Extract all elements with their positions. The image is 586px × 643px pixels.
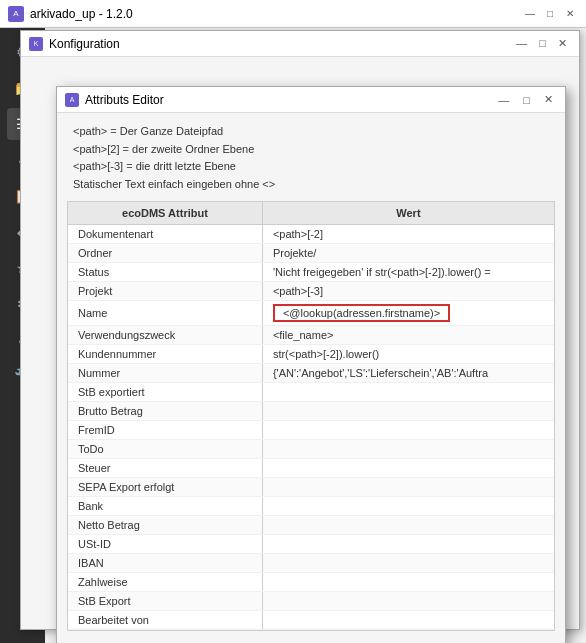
attr-name-cell: Status — [68, 263, 262, 282]
attr-value-cell[interactable]: Projekte/ — [262, 244, 554, 263]
attr-value-cell[interactable]: <@lookup(adressen.firstname)> — [262, 301, 554, 326]
attr-name-cell: Nummer — [68, 364, 262, 383]
attr-name-cell: Projekt — [68, 282, 262, 301]
bg-titlebar-controls[interactable]: — □ ✕ — [522, 6, 578, 22]
attr-value-cell[interactable]: <file_name> — [262, 326, 554, 345]
attr-value-cell[interactable]: {'AN':'Angebot','LS':'Lieferschein','AB'… — [262, 364, 554, 383]
attr-name-cell: StB exportiert — [68, 383, 262, 402]
info-line-3: <path>[-3] = die dritt letzte Ebene — [73, 158, 549, 176]
table-row[interactable]: Bearbeitet von — [68, 611, 554, 630]
info-line-2: <path>[2] = der zweite Ordner Ebene — [73, 141, 549, 159]
bg-app-title: arkivado_up - 1.2.0 — [30, 7, 133, 21]
table-row[interactable]: Netto Betrag — [68, 516, 554, 535]
attr-name-cell: Bearbeitet von — [68, 611, 262, 630]
attr-value-cell[interactable]: <path>[-3] — [262, 282, 554, 301]
attributs-minimize-btn[interactable]: — — [494, 94, 513, 106]
background-app: A arkivado_up - 1.2.0 — □ ✕ ⚙ 📁 ☰ ✓ 📋 ◆ … — [0, 0, 586, 643]
attr-name-cell: FremID — [68, 421, 262, 440]
konfiguration-maximize-btn[interactable]: □ — [535, 37, 550, 50]
attr-name-cell: Verwendungszweck — [68, 326, 262, 345]
attributs-close-btn[interactable]: ✕ — [540, 93, 557, 106]
attr-name-cell: Kundennummer — [68, 345, 262, 364]
table-row[interactable]: Kundennummerstr(<path>[-2]).lower() — [68, 345, 554, 364]
table-row[interactable]: Steuer — [68, 459, 554, 478]
konfiguration-icon: K — [29, 37, 43, 51]
table-header-row: ecoDMS Attribut Wert — [68, 202, 554, 225]
table-row[interactable]: StB exportiert — [68, 383, 554, 402]
table-row[interactable]: Verwendungszweck<file_name> — [68, 326, 554, 345]
attr-name-cell: StB Export — [68, 592, 262, 611]
attr-name-cell: IBAN — [68, 554, 262, 573]
attr-value-cell[interactable]: <path>[-2] — [262, 225, 554, 244]
info-line-4: Statischer Text einfach eingeben ohne <> — [73, 176, 549, 194]
table-row[interactable]: FremID — [68, 421, 554, 440]
table-row[interactable]: StB Export — [68, 592, 554, 611]
attr-value-cell[interactable] — [262, 383, 554, 402]
attr-value-cell[interactable] — [262, 421, 554, 440]
attr-name-cell: Zahlweise — [68, 573, 262, 592]
konfiguration-title: Konfiguration — [49, 37, 120, 51]
attributes-table-container[interactable]: ecoDMS Attribut Wert Dokumentenart<path>… — [67, 201, 555, 631]
attr-name-cell: SEPA Export erfolgt — [68, 478, 262, 497]
table-row[interactable]: Bank — [68, 497, 554, 516]
konfiguration-minimize-btn[interactable]: — — [512, 37, 531, 50]
attr-name-cell: Bank — [68, 497, 262, 516]
attr-name-cell: Steuer — [68, 459, 262, 478]
konfiguration-controls[interactable]: — □ ✕ — [512, 37, 571, 50]
info-area: <path> = Der Ganze Dateipfad <path>[2] =… — [57, 113, 565, 201]
info-line-1: <path> = Der Ganze Dateipfad — [73, 123, 549, 141]
attributs-editor-title: Attributs Editor — [85, 93, 164, 107]
attributs-editor-dialog: A Attributs Editor — □ ✕ <path> = Der Ga… — [56, 86, 566, 643]
table-row[interactable]: Zahlweise — [68, 573, 554, 592]
attr-name-cell: Netto Betrag — [68, 516, 262, 535]
attr-value-cell[interactable] — [262, 592, 554, 611]
highlighted-value: <@lookup(adressen.firstname)> — [273, 304, 450, 322]
attr-name-cell: Name — [68, 301, 262, 326]
attributs-editor-icon: A — [65, 93, 79, 107]
table-row[interactable]: Projekt<path>[-3] — [68, 282, 554, 301]
konfiguration-titlebar: K Konfiguration — □ ✕ — [21, 31, 579, 57]
attr-name-cell: USt-ID — [68, 535, 262, 554]
table-row[interactable]: ToDo — [68, 440, 554, 459]
attr-name-cell: Dokumentenart — [68, 225, 262, 244]
table-row[interactable]: USt-ID — [68, 535, 554, 554]
attr-name-cell: Brutto Betrag — [68, 402, 262, 421]
bg-close-btn[interactable]: ✕ — [562, 6, 578, 22]
attr-name-cell: Ordner — [68, 244, 262, 263]
bg-maximize-btn[interactable]: □ — [542, 6, 558, 22]
attributs-editor-controls[interactable]: — □ ✕ — [494, 93, 557, 106]
attr-value-cell[interactable] — [262, 554, 554, 573]
table-row[interactable]: Dokumentenart<path>[-2] — [68, 225, 554, 244]
table-row[interactable]: OrdnerProjekte/ — [68, 244, 554, 263]
attr-value-cell[interactable]: 'Nicht freigegeben' if str(<path>[-2]).l… — [262, 263, 554, 282]
attr-value-cell[interactable] — [262, 497, 554, 516]
table-row[interactable]: Status'Nicht freigegeben' if str(<path>[… — [68, 263, 554, 282]
bg-titlebar: A arkivado_up - 1.2.0 — □ ✕ — [0, 0, 586, 28]
table-row[interactable]: Nummer{'AN':'Angebot','LS':'Lieferschein… — [68, 364, 554, 383]
attr-value-cell[interactable]: str(<path>[-2]).lower() — [262, 345, 554, 364]
table-row[interactable]: SEPA Export erfolgt — [68, 478, 554, 497]
attr-value-cell[interactable] — [262, 516, 554, 535]
table-row[interactable]: IBAN — [68, 554, 554, 573]
attributs-maximize-btn[interactable]: □ — [519, 94, 534, 106]
col-header-attribut: ecoDMS Attribut — [68, 202, 262, 225]
table-row[interactable]: Brutto Betrag — [68, 402, 554, 421]
konfiguration-close-btn[interactable]: ✕ — [554, 37, 571, 50]
attr-value-cell[interactable] — [262, 573, 554, 592]
col-header-wert: Wert — [262, 202, 554, 225]
attributs-editor-titlebar: A Attributs Editor — □ ✕ — [57, 87, 565, 113]
attr-value-cell[interactable] — [262, 459, 554, 478]
attr-value-cell[interactable] — [262, 611, 554, 630]
bg-app-icon: A — [8, 6, 24, 22]
attr-value-cell[interactable] — [262, 478, 554, 497]
table-row[interactable]: Name<@lookup(adressen.firstname)> — [68, 301, 554, 326]
attributes-table: ecoDMS Attribut Wert Dokumentenart<path>… — [68, 202, 554, 631]
attr-value-cell[interactable] — [262, 535, 554, 554]
attr-name-cell: ToDo — [68, 440, 262, 459]
bg-minimize-btn[interactable]: — — [522, 6, 538, 22]
button-area: Speichern — [57, 631, 565, 643]
konfiguration-window: K Konfiguration — □ ✕ A Attributs Editor… — [20, 30, 580, 630]
attr-value-cell[interactable] — [262, 402, 554, 421]
attr-value-cell[interactable] — [262, 440, 554, 459]
